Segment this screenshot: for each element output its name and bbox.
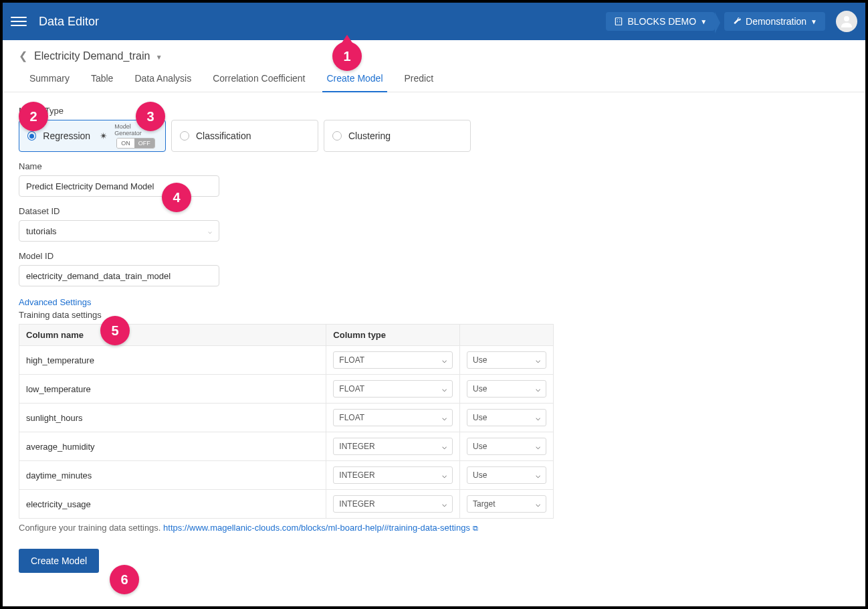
menu-icon[interactable] [11,13,27,29]
breadcrumb-title[interactable]: Electricity Demand_train ▼ [34,50,162,62]
chevron-down-icon: ▼ [700,18,707,25]
advanced-settings-link[interactable]: Advanced Settings [19,297,91,307]
avatar[interactable] [836,11,857,32]
model-gen-toggle[interactable]: ON OFF [116,138,155,149]
table-row: daytime_minutes INTEGER⌵ Use⌵ [19,461,554,490]
cell-column-name: high_temperature [19,346,326,375]
table-row: high_temperature FLOAT⌵ Use⌵ [19,346,554,375]
hint-text: Configure your training data settings. [19,523,163,533]
hint-link-text: https://www.magellanic-clouds.com/blocks… [163,523,470,533]
annotation-4: 4 [162,183,191,212]
table-row: average_humidity INTEGER⌵ Use⌵ [19,432,554,461]
annotation-1: 1 [332,41,362,71]
dataset-id-label: Dataset ID [19,206,849,216]
column-use-select[interactable]: Use⌵ [467,409,546,426]
svg-rect-4 [620,21,621,22]
breadcrumb: ❮ Electricity Demand_train ▼ [3,40,865,66]
content: Model Type Regression ✴ Model Generator … [3,92,865,586]
model-id-label: Model ID [19,251,849,261]
tab-create-model[interactable]: Create Model [326,73,383,92]
table-row: electricity_usage INTEGER⌵ Target⌵ [19,490,554,519]
tab-table[interactable]: Table [91,73,113,92]
app-header: Data Editor BLOCKS DEMO ▼ Demonstration … [3,3,865,40]
dataset-id-value: tutorials [26,226,57,236]
radio-classification-label: Classification [196,130,251,141]
toggle-on: ON [117,139,134,148]
cell-column-name: electricity_usage [19,490,326,519]
create-model-button[interactable]: Create Model [19,549,99,573]
column-use-select[interactable]: Use⌵ [467,380,546,398]
user-icon [839,13,855,29]
column-use-select[interactable]: Use⌵ [467,351,546,369]
project-selector[interactable]: BLOCKS DEMO ▼ [606,12,715,31]
chevron-down-icon: ▼ [810,18,817,25]
dataset-id-select[interactable]: tutorials ⌵ [19,220,219,242]
svg-rect-1 [617,19,618,20]
column-type-select[interactable]: INTEGER⌵ [333,438,453,455]
cell-column-name: sunlight_hours [19,404,326,432]
column-use-select[interactable]: Use⌵ [467,438,546,455]
radio-classification[interactable]: Classification [171,120,318,152]
radio-clustering-label: Clustering [348,130,391,141]
training-data-label: Training data settings [19,310,849,320]
tab-correlation[interactable]: Correlation Coefficient [213,73,305,92]
env-selector[interactable]: Demonstration ▼ [724,12,825,31]
app-title: Data Editor [39,15,99,29]
col-header-type: Column type [326,325,460,346]
col-header-name: Column name [19,325,326,346]
tab-data-analysis[interactable]: Data Analysis [134,73,191,92]
column-type-select[interactable]: FLOAT⌵ [333,380,453,398]
svg-rect-0 [616,18,622,25]
back-icon[interactable]: ❮ [19,50,27,62]
toggle-off: OFF [134,139,154,148]
env-selector-label: Demonstration [746,16,806,27]
cell-column-name: average_humidity [19,432,326,461]
annotation-5: 5 [100,316,130,345]
project-selector-label: BLOCKS DEMO [627,16,696,27]
column-use-select[interactable]: Target⌵ [467,495,546,513]
column-type-select[interactable]: FLOAT⌵ [333,351,453,369]
radio-clustering[interactable]: Clustering [324,120,471,152]
column-type-select[interactable]: INTEGER⌵ [333,466,453,484]
hint-link[interactable]: https://www.magellanic-clouds.com/blocks… [163,523,477,533]
radio-regression-label: Regression [43,130,90,141]
model-id-input[interactable] [19,265,219,286]
annotation-2: 2 [19,102,48,131]
radio-icon [27,131,36,141]
col-header-use [460,325,554,346]
table-row: low_temperature FLOAT⌵ Use⌵ [19,375,554,404]
tabs: Summary Table Data Analysis Correlation … [3,66,865,92]
training-hint: Configure your training data settings. h… [19,523,849,533]
cell-column-name: low_temperature [19,375,326,404]
svg-rect-2 [620,19,621,20]
tab-predict[interactable]: Predict [405,73,434,92]
external-link-icon: ⧉ [473,524,478,532]
annotation-6: 6 [110,565,139,594]
svg-point-5 [844,16,849,21]
chevron-down-icon: ⌵ [208,228,212,235]
radio-icon [180,131,189,141]
table-row: sunlight_hours FLOAT⌵ Use⌵ [19,404,554,432]
breadcrumb-title-text: Electricity Demand_train [34,50,150,62]
cell-column-name: daytime_minutes [19,461,326,490]
sparkle-icon: ✴ [100,130,108,141]
training-data-table: Column name Column type high_temperature… [19,324,554,519]
wrench-icon [732,17,742,26]
name-label: Name [19,161,849,171]
tab-summary[interactable]: Summary [29,73,70,92]
building-icon [614,17,623,26]
column-use-select[interactable]: Use⌵ [467,466,546,484]
annotation-3: 3 [136,102,165,131]
radio-icon [332,131,342,141]
column-type-select[interactable]: INTEGER⌵ [333,495,453,513]
svg-rect-3 [617,21,618,22]
column-type-select[interactable]: FLOAT⌵ [333,409,453,426]
chevron-down-icon: ▼ [156,54,162,61]
